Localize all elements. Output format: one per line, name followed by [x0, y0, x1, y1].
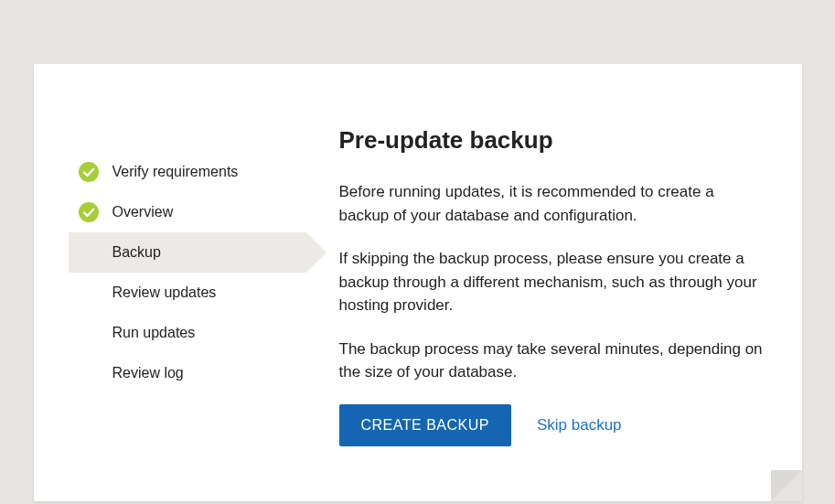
skip-backup-link[interactable]: Skip backup: [537, 416, 622, 434]
steps-list: Verify requirements Overview Backup Revi…: [69, 152, 306, 393]
duration-paragraph: The backup process may take several minu…: [339, 338, 767, 384]
wizard-content: Pre-update backup Before running updates…: [306, 126, 767, 446]
actions-row: CREATE BACKUP Skip backup: [339, 404, 767, 446]
page-title: Pre-update backup: [339, 126, 767, 155]
wizard-steps-sidebar: Verify requirements Overview Backup Revi…: [69, 126, 306, 446]
step-run-updates[interactable]: Run updates: [69, 313, 306, 353]
checkmark-icon: [78, 201, 100, 223]
step-backup[interactable]: Backup: [69, 232, 306, 273]
step-label: Review log: [112, 365, 184, 381]
page-corner-fold-icon: [771, 470, 802, 501]
svg-point-1: [79, 202, 99, 222]
svg-point-0: [79, 162, 99, 182]
skip-warning-paragraph: If skipping the backup process, please e…: [339, 247, 767, 317]
step-label: Backup: [112, 244, 161, 261]
create-backup-button[interactable]: CREATE BACKUP: [339, 404, 511, 446]
step-overview[interactable]: Overview: [69, 192, 306, 232]
step-verify-requirements[interactable]: Verify requirements: [69, 152, 306, 192]
step-review-updates[interactable]: Review updates: [69, 273, 306, 313]
wizard-card: Verify requirements Overview Backup Revi…: [34, 64, 802, 501]
step-label: Review updates: [112, 284, 217, 301]
checkmark-icon: [78, 161, 100, 183]
step-label: Run updates: [112, 325, 196, 341]
intro-paragraph: Before running updates, it is recommende…: [339, 180, 767, 227]
step-review-log[interactable]: Review log: [69, 353, 306, 393]
step-label: Verify requirements: [112, 164, 239, 180]
step-label: Overview: [112, 204, 174, 220]
